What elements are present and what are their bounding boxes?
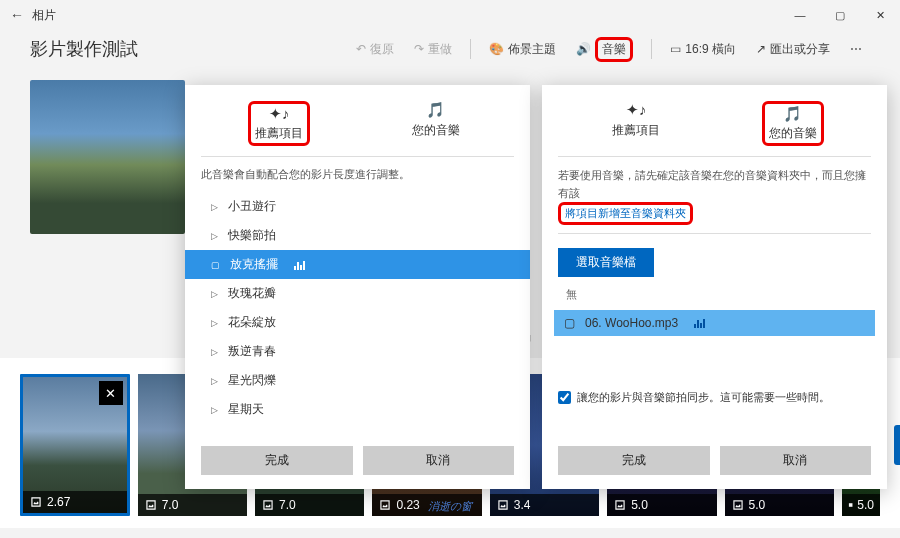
- project-title: 影片製作測試: [30, 37, 348, 61]
- play-icon: ▷: [211, 289, 218, 299]
- watermark: 消逝の窗: [428, 499, 472, 514]
- separator: [651, 39, 652, 59]
- sync-checkbox[interactable]: 讓您的影片與音樂節拍同步。這可能需要一些時間。: [558, 390, 871, 405]
- choose-music-button[interactable]: 選取音樂檔: [558, 248, 654, 277]
- play-icon: ▷: [211, 376, 218, 386]
- more-button[interactable]: ⋯: [842, 38, 870, 60]
- aspect-button[interactable]: ▭16:9 橫向: [662, 37, 744, 62]
- export-button[interactable]: ↗匯出或分享: [748, 37, 838, 62]
- play-icon: ▷: [211, 202, 218, 212]
- checkbox-icon[interactable]: ▢: [564, 316, 575, 330]
- separator: [470, 39, 471, 59]
- tab-recommended[interactable]: ✦♪推薦項目: [201, 99, 358, 156]
- music-item[interactable]: ▷快樂節拍: [185, 221, 530, 250]
- play-icon: ▷: [211, 405, 218, 415]
- sparkle-icon: ✦♪: [626, 101, 647, 119]
- music-your-panel: ✦♪ 推薦項目 🎵您的音樂 若要使用音樂，請先確定該音樂在您的音樂資料夾中，而且…: [542, 85, 887, 489]
- image-icon: [378, 498, 392, 512]
- pause-icon: ▢: [211, 260, 220, 270]
- image-icon: [29, 495, 43, 509]
- help-text: 若要使用音樂，請先確定該音樂在您的音樂資料夾中，而且您擁有該: [558, 167, 871, 202]
- image-icon: [731, 498, 745, 512]
- music-item[interactable]: ▷玫瑰花瓣: [185, 279, 530, 308]
- close-window-button[interactable]: ✕: [860, 0, 900, 30]
- scroll-indicator[interactable]: [894, 425, 900, 465]
- music-item[interactable]: ▷星光閃爍: [185, 366, 530, 395]
- music-item-selected[interactable]: ▢放克搖擺: [185, 250, 530, 279]
- redo-icon: ↷: [414, 42, 424, 56]
- cancel-button[interactable]: 取消: [720, 446, 872, 475]
- app-title: 相片: [32, 7, 56, 24]
- palette-icon: 🎨: [489, 42, 504, 56]
- tab-your-music[interactable]: 🎵 您的音樂: [358, 99, 515, 156]
- image-icon: [496, 498, 510, 512]
- person-music-icon: 🎵您的音樂: [762, 101, 824, 146]
- person-music-icon: 🎵: [426, 101, 445, 119]
- redo-button[interactable]: ↷重做: [406, 37, 460, 62]
- music-item[interactable]: ▷叛逆青春: [185, 337, 530, 366]
- image-icon: [261, 498, 275, 512]
- aspect-icon: ▭: [670, 42, 681, 56]
- done-button[interactable]: 完成: [201, 446, 353, 475]
- play-icon: ▷: [211, 231, 218, 241]
- share-icon: ↗: [756, 42, 766, 56]
- add-to-folder-link[interactable]: 將項目新增至音樂資料夾: [565, 207, 686, 219]
- music-item[interactable]: ▷花朵綻放: [185, 308, 530, 337]
- image-icon: [144, 498, 158, 512]
- back-button[interactable]: ←: [10, 7, 24, 23]
- done-button[interactable]: 完成: [558, 446, 710, 475]
- sparkle-icon: ✦♪推薦項目: [248, 101, 310, 146]
- sync-checkbox-input[interactable]: [558, 391, 571, 404]
- music-button[interactable]: 🔊音樂: [568, 33, 641, 66]
- equalizer-icon: [294, 260, 305, 270]
- music-item[interactable]: ▷小丑遊行: [185, 192, 530, 221]
- speaker-icon: 🔊: [576, 42, 591, 56]
- play-icon: ▷: [211, 318, 218, 328]
- play-icon: ▷: [211, 347, 218, 357]
- minimize-button[interactable]: —: [780, 0, 820, 30]
- image-icon: [848, 498, 853, 512]
- panel-subtitle: 此音樂會自動配合您的影片長度進行調整。: [201, 167, 514, 182]
- music-recommended-panel: ✦♪推薦項目 🎵 您的音樂 此音樂會自動配合您的影片長度進行調整。 ▷小丑遊行 …: [185, 85, 530, 489]
- maximize-button[interactable]: ▢: [820, 0, 860, 30]
- music-track[interactable]: ▢ 06. WooHoo.mp3: [554, 310, 875, 336]
- preview-image: [30, 80, 185, 234]
- cancel-button[interactable]: 取消: [363, 446, 515, 475]
- image-icon: [613, 498, 627, 512]
- music-item[interactable]: ▷星期天: [185, 395, 530, 424]
- tab-your-music[interactable]: 🎵您的音樂: [715, 99, 872, 156]
- equalizer-icon: [694, 318, 705, 328]
- none-label: 無: [566, 287, 871, 302]
- undo-button[interactable]: ↶復原: [348, 37, 402, 62]
- timeline-thumb[interactable]: ✕ 2.67: [20, 374, 130, 516]
- tab-recommended[interactable]: ✦♪ 推薦項目: [558, 99, 715, 156]
- remove-thumb-button[interactable]: ✕: [99, 381, 123, 405]
- theme-button[interactable]: 🎨佈景主題: [481, 37, 564, 62]
- undo-icon: ↶: [356, 42, 366, 56]
- music-list: ▷小丑遊行 ▷快樂節拍 ▢放克搖擺 ▷玫瑰花瓣 ▷花朵綻放 ▷叛逆青春 ▷星光閃…: [185, 192, 530, 424]
